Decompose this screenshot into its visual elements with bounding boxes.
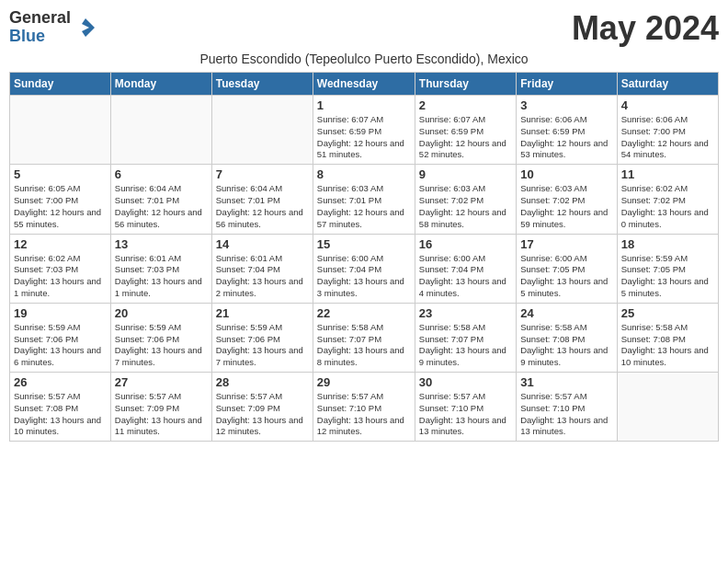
header-wednesday: Wednesday xyxy=(313,73,415,96)
header-friday: Friday xyxy=(517,73,617,96)
logo-icon xyxy=(73,15,98,40)
day-info: Sunrise: 6:05 AM Sunset: 7:00 PM Dayligh… xyxy=(14,183,107,230)
day-number: 15 xyxy=(317,237,411,251)
day-info: Sunrise: 6:04 AM Sunset: 7:01 PM Dayligh… xyxy=(115,183,208,230)
calendar-week-row: 1Sunrise: 6:07 AM Sunset: 6:59 PM Daylig… xyxy=(10,96,719,165)
table-row: 15Sunrise: 6:00 AM Sunset: 7:04 PM Dayli… xyxy=(313,234,415,303)
table-row: 25Sunrise: 5:58 AM Sunset: 7:08 PM Dayli… xyxy=(617,303,718,372)
day-number: 26 xyxy=(14,375,107,389)
table-row: 21Sunrise: 5:59 AM Sunset: 7:06 PM Dayli… xyxy=(211,303,313,372)
table-row: 9Sunrise: 6:03 AM Sunset: 7:02 PM Daylig… xyxy=(415,165,516,234)
table-row: 17Sunrise: 6:00 AM Sunset: 7:05 PM Dayli… xyxy=(517,234,617,303)
day-number: 6 xyxy=(115,167,208,181)
table-row: 18Sunrise: 5:59 AM Sunset: 7:05 PM Dayli… xyxy=(617,234,718,303)
day-info: Sunrise: 5:58 AM Sunset: 7:08 PM Dayligh… xyxy=(520,322,612,369)
day-info: Sunrise: 5:57 AM Sunset: 7:08 PM Dayligh… xyxy=(14,391,107,438)
day-info: Sunrise: 5:57 AM Sunset: 7:10 PM Dayligh… xyxy=(317,391,411,438)
day-info: Sunrise: 6:00 AM Sunset: 7:04 PM Dayligh… xyxy=(419,253,512,300)
day-number: 23 xyxy=(419,306,512,320)
day-info: Sunrise: 6:03 AM Sunset: 7:02 PM Dayligh… xyxy=(419,183,512,230)
table-row: 7Sunrise: 6:04 AM Sunset: 7:01 PM Daylig… xyxy=(211,165,313,234)
day-number: 27 xyxy=(115,375,208,389)
day-info: Sunrise: 6:07 AM Sunset: 6:59 PM Dayligh… xyxy=(419,114,512,161)
table-row: 8Sunrise: 6:03 AM Sunset: 7:01 PM Daylig… xyxy=(313,165,415,234)
day-number: 8 xyxy=(317,167,411,181)
header-tuesday: Tuesday xyxy=(211,73,313,96)
table-row xyxy=(211,96,313,165)
table-row: 6Sunrise: 6:04 AM Sunset: 7:01 PM Daylig… xyxy=(110,165,211,234)
weekday-header-row: Sunday Monday Tuesday Wednesday Thursday… xyxy=(10,73,719,96)
day-info: Sunrise: 5:59 AM Sunset: 7:05 PM Dayligh… xyxy=(621,253,714,300)
day-info: Sunrise: 6:07 AM Sunset: 6:59 PM Dayligh… xyxy=(317,114,411,161)
table-row: 31Sunrise: 5:57 AM Sunset: 7:10 PM Dayli… xyxy=(517,373,617,442)
day-number: 14 xyxy=(216,237,309,251)
table-row: 16Sunrise: 6:00 AM Sunset: 7:04 PM Dayli… xyxy=(415,234,516,303)
day-number: 4 xyxy=(621,98,714,112)
table-row: 23Sunrise: 5:58 AM Sunset: 7:07 PM Dayli… xyxy=(415,303,516,372)
day-number: 12 xyxy=(14,237,107,251)
day-number: 7 xyxy=(216,167,309,181)
header-thursday: Thursday xyxy=(415,73,516,96)
table-row: 12Sunrise: 6:02 AM Sunset: 7:03 PM Dayli… xyxy=(10,234,111,303)
day-info: Sunrise: 6:03 AM Sunset: 7:02 PM Dayligh… xyxy=(520,183,612,230)
table-row xyxy=(110,96,211,165)
table-row: 27Sunrise: 5:57 AM Sunset: 7:09 PM Dayli… xyxy=(110,373,211,442)
day-info: Sunrise: 6:01 AM Sunset: 7:04 PM Dayligh… xyxy=(216,253,309,300)
header-monday: Monday xyxy=(110,73,211,96)
day-number: 29 xyxy=(317,375,411,389)
table-row: 20Sunrise: 5:59 AM Sunset: 7:06 PM Dayli… xyxy=(110,303,211,372)
logo: General Blue xyxy=(9,9,98,46)
table-row: 19Sunrise: 5:59 AM Sunset: 7:06 PM Dayli… xyxy=(10,303,111,372)
day-info: Sunrise: 5:57 AM Sunset: 7:09 PM Dayligh… xyxy=(115,391,208,438)
day-info: Sunrise: 5:58 AM Sunset: 7:08 PM Dayligh… xyxy=(621,322,714,369)
day-number: 9 xyxy=(419,167,512,181)
calendar-week-row: 12Sunrise: 6:02 AM Sunset: 7:03 PM Dayli… xyxy=(10,234,719,303)
day-info: Sunrise: 6:00 AM Sunset: 7:05 PM Dayligh… xyxy=(520,253,612,300)
table-row: 29Sunrise: 5:57 AM Sunset: 7:10 PM Dayli… xyxy=(313,373,415,442)
logo-blue-text: Blue xyxy=(9,28,71,46)
day-number: 1 xyxy=(317,98,411,112)
day-number: 2 xyxy=(419,98,512,112)
day-number: 30 xyxy=(419,375,512,389)
day-number: 13 xyxy=(115,237,208,251)
subtitle: Puerto Escondido (Tepeolulco Puerto Esco… xyxy=(9,52,719,66)
table-row: 28Sunrise: 5:57 AM Sunset: 7:09 PM Dayli… xyxy=(211,373,313,442)
day-info: Sunrise: 6:03 AM Sunset: 7:01 PM Dayligh… xyxy=(317,183,411,230)
day-info: Sunrise: 6:06 AM Sunset: 7:00 PM Dayligh… xyxy=(621,114,714,161)
day-number: 3 xyxy=(520,98,612,112)
table-row: 13Sunrise: 6:01 AM Sunset: 7:03 PM Dayli… xyxy=(110,234,211,303)
day-info: Sunrise: 5:58 AM Sunset: 7:07 PM Dayligh… xyxy=(317,322,411,369)
day-info: Sunrise: 5:57 AM Sunset: 7:10 PM Dayligh… xyxy=(419,391,512,438)
table-row: 14Sunrise: 6:01 AM Sunset: 7:04 PM Dayli… xyxy=(211,234,313,303)
day-number: 10 xyxy=(520,167,612,181)
day-info: Sunrise: 6:02 AM Sunset: 7:03 PM Dayligh… xyxy=(14,253,107,300)
header-saturday: Saturday xyxy=(617,73,718,96)
day-number: 25 xyxy=(621,306,714,320)
calendar-week-row: 26Sunrise: 5:57 AM Sunset: 7:08 PM Dayli… xyxy=(10,373,719,442)
table-row: 3Sunrise: 6:06 AM Sunset: 6:59 PM Daylig… xyxy=(517,96,617,165)
day-number: 21 xyxy=(216,306,309,320)
table-row: 30Sunrise: 5:57 AM Sunset: 7:10 PM Dayli… xyxy=(415,373,516,442)
day-number: 11 xyxy=(621,167,714,181)
table-row: 10Sunrise: 6:03 AM Sunset: 7:02 PM Dayli… xyxy=(517,165,617,234)
day-info: Sunrise: 5:59 AM Sunset: 7:06 PM Dayligh… xyxy=(115,322,208,369)
day-number: 5 xyxy=(14,167,107,181)
table-row: 22Sunrise: 5:58 AM Sunset: 7:07 PM Dayli… xyxy=(313,303,415,372)
day-info: Sunrise: 5:58 AM Sunset: 7:07 PM Dayligh… xyxy=(419,322,512,369)
day-number: 22 xyxy=(317,306,411,320)
day-info: Sunrise: 5:59 AM Sunset: 7:06 PM Dayligh… xyxy=(14,322,107,369)
calendar-week-row: 5Sunrise: 6:05 AM Sunset: 7:00 PM Daylig… xyxy=(10,165,719,234)
day-number: 18 xyxy=(621,237,714,251)
page-header: General Blue May 2024 xyxy=(9,9,719,48)
table-row: 4Sunrise: 6:06 AM Sunset: 7:00 PM Daylig… xyxy=(617,96,718,165)
day-number: 31 xyxy=(520,375,612,389)
day-info: Sunrise: 5:59 AM Sunset: 7:06 PM Dayligh… xyxy=(216,322,309,369)
day-number: 20 xyxy=(115,306,208,320)
table-row: 26Sunrise: 5:57 AM Sunset: 7:08 PM Dayli… xyxy=(10,373,111,442)
header-sunday: Sunday xyxy=(10,73,111,96)
logo-general-text: General xyxy=(9,9,71,28)
day-number: 19 xyxy=(14,306,107,320)
table-row: 5Sunrise: 6:05 AM Sunset: 7:00 PM Daylig… xyxy=(10,165,111,234)
day-info: Sunrise: 6:04 AM Sunset: 7:01 PM Dayligh… xyxy=(216,183,309,230)
table-row xyxy=(617,373,718,442)
